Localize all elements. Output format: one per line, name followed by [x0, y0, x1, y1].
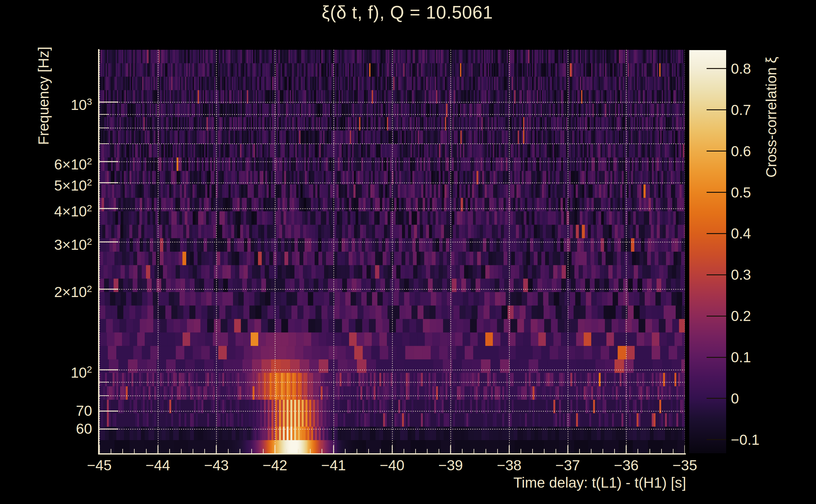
y-tick-label: 5×102 [0, 174, 92, 191]
x-tick-label: −43 [188, 457, 245, 474]
figure: ξ(δ t, f), Q = 10.5061 Frequency [Hz] 10… [0, 0, 816, 504]
colorbar-tick-label: 0 [731, 390, 807, 407]
x-axis-title: Time delay: t(L1) - t(H1) [s] [371, 474, 686, 491]
y-tick-label: 102 [0, 361, 92, 378]
y-tick-label: 4×102 [0, 200, 92, 217]
y-tick-label: 2×102 [0, 280, 92, 297]
colorbar-tick-label: 0.3 [731, 266, 807, 283]
colorbar-tick-label: 0.4 [731, 225, 807, 242]
colorbar-tick-label: 0.1 [731, 349, 807, 366]
colorbar-tick [707, 316, 726, 317]
y-tick-label: 60 [0, 420, 92, 437]
x-tick-label: −45 [71, 457, 128, 474]
colorbar-gradient [689, 50, 726, 453]
x-axis-line [98, 453, 686, 455]
colorbar-tick-label: −0.1 [731, 431, 807, 448]
colorbar-tick [707, 357, 726, 358]
x-tick-label: −36 [598, 457, 655, 474]
colorbar-title: Cross-correlation ξ [763, 48, 779, 186]
chart-title: ξ(δ t, f), Q = 10.5061 [123, 2, 691, 23]
colorbar-tick [707, 68, 726, 69]
spectrogram-heatmap [99, 50, 685, 454]
y-tick-label: 6×102 [0, 153, 92, 170]
y-tick-label: 103 [0, 93, 92, 110]
colorbar-tick [707, 398, 726, 399]
colorbar-tick-label: 0.2 [731, 307, 807, 324]
colorbar-tick [707, 109, 726, 110]
y-axis-line [98, 49, 99, 455]
colorbar-tick [707, 274, 726, 275]
x-tick-label: −40 [364, 457, 421, 474]
x-tick-label: −44 [129, 457, 186, 474]
colorbar-tick [707, 151, 726, 152]
x-tick-label: −35 [657, 457, 713, 474]
colorbar-tick [707, 233, 726, 234]
colorbar-tick [707, 439, 726, 440]
colorbar-tick [707, 192, 726, 193]
x-tick-label: −38 [481, 457, 537, 474]
x-tick-label: −41 [305, 457, 362, 474]
x-tick-label: −37 [539, 457, 596, 474]
x-tick-label: −42 [247, 457, 303, 474]
y-tick-label: 3×102 [0, 233, 92, 250]
y-tick-label: 70 [0, 402, 92, 419]
x-tick-label: −39 [422, 457, 479, 474]
